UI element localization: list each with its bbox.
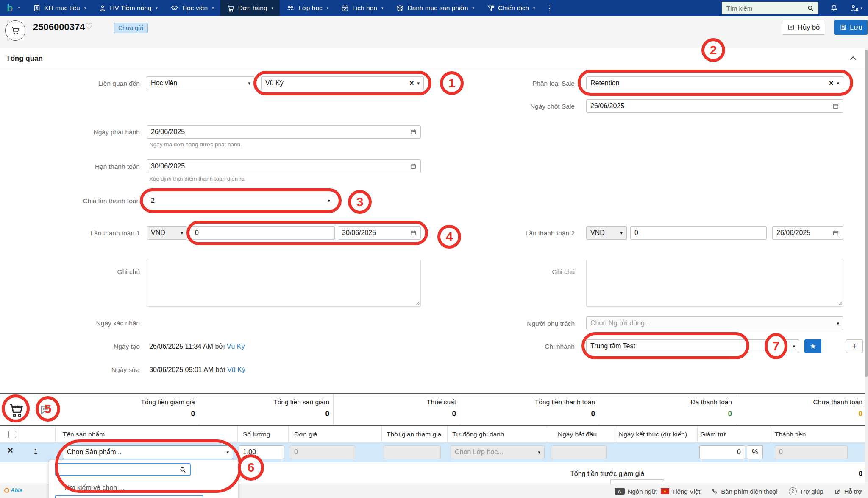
support-label: Hỗ trợ (844, 488, 862, 495)
line-total-input: 0 (775, 445, 848, 459)
row-index: 1 (34, 448, 38, 456)
nav-item-hoc-vien[interactable]: Học viên ▾ (164, 0, 220, 16)
qty-value: 1.00 (243, 448, 256, 456)
related-type-select[interactable]: Học viên ▾ (147, 76, 255, 90)
summary-label: Thuế suất (337, 398, 456, 406)
branch-favorite-button[interactable]: ★ (804, 339, 821, 353)
calendar-icon (410, 163, 417, 170)
note-left-textarea[interactable] (147, 260, 421, 307)
col-header-unit-price: Đơn giá (294, 431, 317, 438)
nav-item-chien-dich[interactable]: Chiến dịch ▾ (481, 0, 542, 16)
nav-item-label: Học viên (182, 4, 208, 12)
nav-item-don-hang[interactable]: Đơn hàng ▾ (220, 0, 280, 16)
help-link[interactable]: ? Trợ giúp (789, 487, 823, 495)
more-menu-icon[interactable]: ⋮ (542, 0, 557, 16)
related-contact-select[interactable]: Vũ Kỳ × ▾ (261, 76, 424, 90)
discount-input[interactable]: 0 (699, 445, 745, 459)
remove-row-icon[interactable]: × (8, 446, 13, 455)
question-icon: ? (789, 487, 797, 495)
payment1-date-input[interactable]: 30/06/2025 (338, 226, 421, 240)
branch-select[interactable]: Trung tâm Test ▾ (586, 339, 799, 353)
sale-type-value: Retention (590, 79, 620, 87)
sale-close-date-input[interactable]: 26/06/2025 (586, 99, 843, 113)
cart-plus-icon[interactable] (8, 401, 25, 418)
resize-handle-icon[interactable] (838, 301, 842, 305)
clear-icon[interactable]: × (829, 79, 834, 87)
payment2-date-input[interactable]: 26/06/2025 (772, 226, 843, 240)
favorite-heart-icon[interactable]: ♡ (85, 22, 93, 32)
chevron-down-icon: ▾ (272, 6, 274, 10)
product-select[interactable]: Chọn Sản phẩm... ▾ (63, 445, 233, 459)
nav-item-lich-hen[interactable]: Lịch hẹn ▾ (335, 0, 389, 16)
chevron-down-icon: ▾ (248, 81, 250, 86)
due-date-label: Hạn thanh toán (0, 163, 140, 171)
duration-input (384, 445, 441, 459)
nav-item-hv-tiem-nang[interactable]: HV Tiềm năng ▾ (92, 0, 164, 16)
issue-date-input[interactable]: 26/06/2025 (147, 125, 421, 139)
save-button[interactable]: Lưu (834, 20, 868, 35)
sale-type-select[interactable]: Retention × ▾ (586, 76, 843, 90)
nav-item-kh-muc-tieu[interactable]: KH mục tiêu ▾ (27, 0, 92, 16)
phone-keypad-link[interactable]: Bàn phím điện thoại (711, 488, 777, 495)
product-table-row: × 1 Chọn Sản phẩm... ▾ 1.00 0 Chọn Lớp h… (0, 442, 868, 462)
vietnam-flag-icon: ★ (661, 488, 669, 494)
note-right-textarea[interactable] (586, 260, 843, 307)
divider (333, 394, 334, 425)
summary-value: 0 (476, 410, 595, 418)
divider (599, 394, 599, 425)
nav-item-label: Lịch hẹn (352, 4, 377, 12)
payment1-amount-input[interactable]: 0 (191, 226, 335, 240)
footer-links: A Ngôn ngữ: ★ Tiếng Việt Bàn phím điện t… (604, 487, 868, 495)
notifications-bell-icon[interactable] (824, 0, 844, 16)
summary-label: Tổng tiền thanh toán (476, 398, 595, 406)
chevron-down-icon: ▾ (620, 231, 623, 235)
divider (447, 426, 448, 442)
issue-date-value: 26/06/2025 (151, 128, 185, 136)
clear-icon[interactable]: × (409, 79, 414, 87)
nav-item-lop-hoc[interactable]: Lớp học ▾ (280, 0, 335, 16)
scrollbar-thumb[interactable] (865, 50, 868, 377)
assignee-select[interactable]: Chọn Người dùng... ▾ (586, 316, 843, 330)
select-all-checkbox[interactable] (8, 431, 16, 438)
payment1-currency-value: VND (151, 229, 165, 237)
cancel-button[interactable]: Hủy bỏ (782, 20, 825, 35)
col-header-product: Tên sản phẩm (63, 431, 105, 438)
issue-date-help: Ngày mà đơn hàng được phát hành. (149, 141, 242, 148)
resize-handle-icon[interactable] (415, 301, 420, 305)
chevron-down-icon: ▾ (417, 81, 420, 86)
col-header-discount: Giảm trừ (700, 431, 726, 438)
divider (237, 426, 238, 442)
star-icon: ★ (810, 342, 816, 351)
split-payment-select[interactable]: 2 ▾ (147, 194, 334, 207)
chevron-down-icon: ▾ (538, 450, 540, 455)
product-placeholder: Chọn Sản phẩm... (67, 448, 122, 456)
plus-icon: + (852, 341, 857, 351)
chat-bubble-icon[interactable] (39, 404, 52, 416)
nav-item-danh-muc-san-pham[interactable]: Danh mục sản phẩm ▾ (389, 0, 481, 16)
qty-input[interactable]: 1.00 (239, 445, 284, 459)
support-link[interactable]: Hỗ trợ (835, 488, 862, 495)
language-switcher[interactable]: A Ngôn ngữ: ★ Tiếng Việt (615, 488, 701, 495)
chevron-down-icon: ▾ (472, 6, 474, 10)
created-user-link[interactable]: Vũ Kỳ (227, 343, 245, 350)
branch-add-button[interactable]: + (846, 339, 863, 353)
product-search-input[interactable] (55, 463, 191, 476)
collapse-chevron-up-icon[interactable] (849, 55, 857, 61)
col-header-duration: Thời gian tham gia (387, 431, 441, 438)
product-dropdown-item[interactable] (55, 495, 203, 498)
app-logo[interactable]: b ▾ (0, 0, 27, 16)
global-search-input[interactable]: Tìm kiếm (722, 2, 818, 14)
due-date-input[interactable]: 30/06/2025 (147, 159, 421, 173)
pretotal-value: 0 (778, 470, 862, 478)
payment1-currency-select[interactable]: VND ▾ (147, 226, 187, 240)
class-placeholder: Chọn Lớp học... (455, 448, 504, 456)
summary-value: 0 (76, 410, 195, 418)
divider (617, 426, 617, 442)
payment2-amount-input[interactable]: 0 (630, 226, 767, 240)
payment2-currency-select[interactable]: VND ▾ (586, 226, 627, 240)
abis-logo: Abis (4, 487, 22, 493)
class-select[interactable]: Chọn Lớp học... ▾ (451, 445, 545, 459)
user-settings-icon[interactable]: ▾ (844, 0, 868, 16)
modified-user-link[interactable]: Vũ Kỳ (227, 366, 245, 373)
modified-date-label: Ngày sửa (0, 366, 140, 374)
